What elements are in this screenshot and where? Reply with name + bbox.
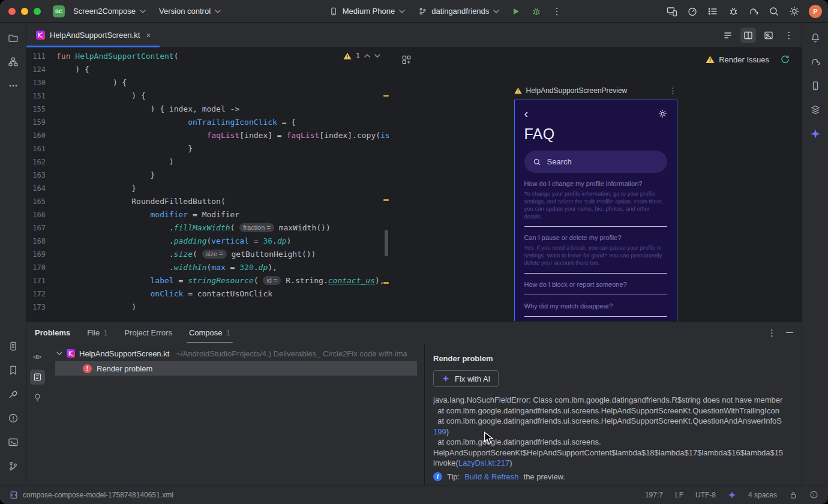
stack-link[interactable]: LazyDsl.kt:217 — [458, 458, 509, 467]
editor-scrollbar[interactable] — [385, 230, 388, 256]
code-text[interactable]: .fillMaxWidth( fraction = maxWidth()) — [48, 221, 331, 235]
code-editor[interactable]: 111fun HelpAndSupportContent(124 ) {130 … — [26, 48, 389, 321]
device-explorer-tool-icon[interactable] — [805, 100, 826, 120]
app-quality-insights-tool-icon[interactable] — [3, 360, 23, 380]
phone-preview[interactable]: ‹ FAQ Search How do I change my profile … — [514, 100, 677, 321]
line-number[interactable]: 111 — [26, 50, 48, 63]
code-text[interactable]: ) { — [48, 76, 127, 89]
minimize-window-button[interactable] — [21, 8, 28, 15]
warning-stripe-mark[interactable] — [383, 199, 389, 201]
line-number[interactable]: 159 — [26, 116, 48, 129]
code-line[interactable]: 164 } — [26, 182, 389, 195]
tab-compose[interactable]: Compose 1 — [189, 322, 230, 343]
line-number[interactable]: 124 — [26, 63, 48, 76]
line-number[interactable]: 170 — [26, 261, 48, 274]
code-line[interactable]: 165 RoundedFilledButton( — [26, 195, 389, 208]
design-view-icon[interactable] — [761, 28, 776, 43]
editor-more-options-icon[interactable]: ⋮ — [781, 28, 797, 43]
split-view-icon[interactable] — [740, 28, 756, 43]
line-number[interactable]: 165 — [26, 195, 48, 208]
close-window-button[interactable] — [8, 8, 16, 15]
line-number[interactable]: 169 — [26, 248, 48, 261]
project-menu[interactable]: Screen2Compose — [68, 4, 151, 18]
line-ending[interactable]: LF — [675, 491, 683, 499]
file-encoding[interactable]: UTF-8 — [695, 491, 716, 499]
code-line[interactable]: 170 .widthIn(max = 320.dp), — [26, 261, 389, 274]
code-text[interactable]: } — [48, 182, 136, 195]
code-text[interactable]: .widthIn(max = 320.dp), — [48, 261, 277, 274]
code-line[interactable]: 166 modifier = Modifier — [26, 208, 389, 221]
code-text[interactable]: .size( size = getButtonHeight()) — [48, 248, 316, 261]
code-line[interactable]: 155 ) { index, model -> — [26, 103, 389, 116]
preview-organize-icon[interactable] — [398, 51, 415, 68]
code-text[interactable]: ) — [48, 155, 174, 169]
fix-with-ai-button[interactable]: Fix with AI — [433, 370, 499, 387]
code-line[interactable]: 151 ) { — [26, 89, 389, 103]
code-line[interactable]: 130 ) { — [26, 76, 389, 89]
line-number[interactable]: 160 — [26, 129, 48, 142]
code-text[interactable]: onTrailingIconClick = { — [48, 116, 296, 129]
indexing-status-icon[interactable] — [809, 490, 818, 499]
code-line[interactable]: 161 } — [26, 142, 389, 155]
profiler-icon[interactable] — [684, 3, 701, 20]
code-line[interactable]: 111fun HelpAndSupportContent( — [26, 50, 389, 63]
code-line[interactable]: 124 ) { — [26, 63, 389, 76]
chevron-down-icon[interactable] — [56, 352, 62, 355]
gemini-sparkle-icon[interactable] — [805, 124, 826, 144]
project-tool-icon[interactable] — [3, 28, 23, 48]
indent-setting[interactable]: 4 spaces — [748, 491, 777, 499]
problems-file-row[interactable]: HelpAndSupportScreen.kt ~/AndroidStudioP… — [48, 346, 424, 361]
line-number[interactable]: 166 — [26, 208, 48, 221]
app-quality-insights-icon[interactable] — [725, 3, 742, 20]
refresh-preview-icon[interactable] — [776, 51, 793, 68]
line-number[interactable]: 168 — [26, 235, 48, 248]
gradle-sync-icon[interactable] — [745, 3, 762, 20]
code-text[interactable]: } — [48, 169, 155, 182]
profile-avatar[interactable]: P — [809, 5, 822, 18]
warning-stripe-mark[interactable] — [383, 95, 389, 97]
code-text[interactable]: modifier = Modifier — [48, 208, 239, 221]
code-line[interactable]: 168 .padding(vertical = 36.dp) — [26, 235, 389, 248]
device-manager-tool-icon[interactable] — [805, 76, 826, 96]
preview-more-options-icon[interactable]: ⋮ — [669, 86, 677, 95]
code-line[interactable]: 167 .fillMaxWidth( fraction = maxWidth()… — [26, 221, 389, 235]
code-text[interactable]: RoundedFilledButton( — [48, 195, 226, 208]
running-devices-icon[interactable] — [664, 3, 680, 20]
build-refresh-link[interactable]: Build & Refresh — [464, 472, 518, 481]
code-line[interactable]: 162 ) — [26, 155, 389, 169]
code-text[interactable]: fun HelpAndSupportContent( — [48, 50, 179, 63]
line-number[interactable]: 161 — [26, 142, 48, 155]
preview-name[interactable]: HelpAndSupportScreenPreview — [526, 86, 628, 95]
problems-tool-icon[interactable] — [3, 408, 23, 428]
more-tool-windows-icon[interactable] — [3, 76, 23, 96]
quick-fix-bulb-icon[interactable] — [30, 390, 45, 405]
render-problem-row[interactable]: ! Render problem — [55, 361, 417, 376]
line-number[interactable]: 172 — [26, 287, 48, 301]
view-options-eye-icon[interactable] — [30, 349, 45, 364]
code-line[interactable]: 171 label = stringResource( id = R.strin… — [26, 274, 389, 287]
caret-position[interactable]: 197:7 — [645, 491, 663, 499]
code-text[interactable]: label = stringResource( id = R.string.co… — [48, 274, 385, 287]
code-text[interactable]: ) { — [48, 63, 89, 76]
line-number[interactable]: 151 — [26, 89, 48, 103]
run-configuration-selector[interactable]: datingandfriends — [413, 4, 504, 18]
line-number[interactable]: 171 — [26, 274, 48, 287]
zoom-window-button[interactable] — [34, 8, 41, 15]
stack-link[interactable]: 199 — [433, 427, 446, 436]
settings-gear-icon[interactable] — [786, 3, 803, 20]
panel-more-options-icon[interactable]: ⋮ — [767, 328, 776, 337]
code-line[interactable]: 163 } — [26, 169, 389, 182]
logcat-tool-icon[interactable] — [3, 336, 23, 356]
notifications-bell-icon[interactable] — [805, 28, 826, 48]
terminal-tool-icon[interactable] — [3, 432, 23, 452]
run-button[interactable] — [508, 3, 524, 20]
version-control-menu[interactable]: Version control — [154, 4, 226, 18]
code-line[interactable]: 173 ) — [26, 301, 389, 314]
search-icon[interactable] — [766, 3, 782, 20]
warning-stripe-mark[interactable] — [383, 282, 389, 284]
tab-project-errors[interactable]: Project Errors — [124, 322, 172, 343]
render-issues-button[interactable]: Render Issues — [706, 55, 769, 64]
line-number[interactable]: 164 — [26, 182, 48, 195]
code-text[interactable]: ) { index, model -> — [48, 103, 239, 116]
line-number[interactable]: 163 — [26, 169, 48, 182]
